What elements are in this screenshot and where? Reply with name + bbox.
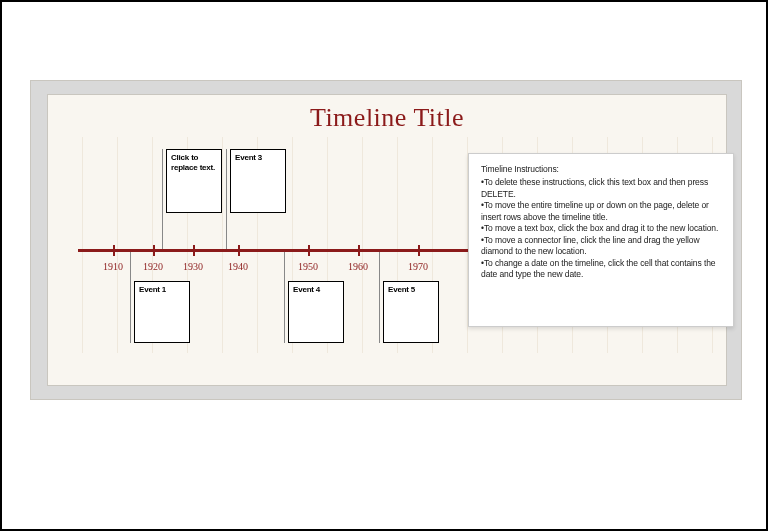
connector-line[interactable] <box>162 149 163 249</box>
connector-line[interactable] <box>130 252 131 343</box>
instructions-title: Timeline Instructions: <box>481 164 721 175</box>
tick <box>308 245 310 256</box>
year-label[interactable]: 1940 <box>228 261 248 272</box>
instruction-bullet: •To move a text box, click the box and d… <box>481 223 721 234</box>
event-box[interactable]: Click to replace text. <box>166 149 222 213</box>
instruction-bullet: •To delete these instructions, click thi… <box>481 177 721 200</box>
year-label[interactable]: 1960 <box>348 261 368 272</box>
connector-line[interactable] <box>379 252 380 343</box>
timeline-page: Timeline Title 1910192019301940195019601… <box>47 94 727 386</box>
timeline-title[interactable]: Timeline Title <box>48 103 726 133</box>
event-box[interactable]: Event 3 <box>230 149 286 213</box>
tick <box>358 245 360 256</box>
tick <box>418 245 420 256</box>
year-label[interactable]: 1950 <box>298 261 318 272</box>
tick <box>153 245 155 256</box>
instructions-box[interactable]: Timeline Instructions: •To delete these … <box>468 153 734 327</box>
year-label[interactable]: 1910 <box>103 261 123 272</box>
instructions-body: •To delete these instructions, click thi… <box>481 177 721 280</box>
connector-line[interactable] <box>284 252 285 343</box>
event-box[interactable]: Event 4 <box>288 281 344 343</box>
year-label[interactable]: 1930 <box>183 261 203 272</box>
tick <box>238 245 240 256</box>
event-box[interactable]: Event 5 <box>383 281 439 343</box>
year-label[interactable]: 1970 <box>408 261 428 272</box>
event-box[interactable]: Event 1 <box>134 281 190 343</box>
instruction-bullet: •To move a connector line, click the lin… <box>481 235 721 258</box>
timeline-axis <box>78 249 516 252</box>
connector-line[interactable] <box>226 149 227 249</box>
year-label[interactable]: 1920 <box>143 261 163 272</box>
tick <box>193 245 195 256</box>
instruction-bullet: •To change a date on the timeline, click… <box>481 258 721 281</box>
instruction-bullet: •To move the entire timeline up or down … <box>481 200 721 223</box>
tick <box>113 245 115 256</box>
